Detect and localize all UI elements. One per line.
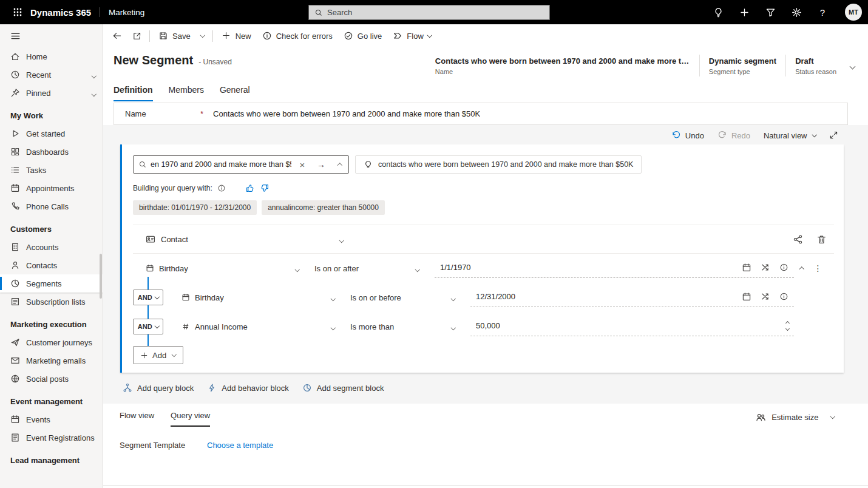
spinner-down-icon[interactable] (785, 326, 790, 330)
chevron-down-icon[interactable] (92, 70, 96, 80)
add-condition-button[interactable]: Add (133, 346, 183, 364)
lightbulb-button[interactable] (713, 7, 724, 18)
go-live-button[interactable]: Go live (338, 27, 387, 45)
thumbs-down-button[interactable] (260, 183, 270, 193)
sidebar-item-recent[interactable]: Recent (0, 66, 103, 84)
sidebar-item-tasks[interactable]: Tasks (0, 161, 103, 179)
sidebar-item-pinned[interactable]: Pinned (0, 84, 103, 102)
sidebar-item-dashboards[interactable]: Dashboards (0, 143, 103, 161)
header-expand-button[interactable] (847, 58, 858, 74)
app-launcher-button[interactable] (7, 0, 28, 24)
chevron-down-icon[interactable] (92, 89, 96, 98)
search-icon (314, 8, 323, 17)
nl-query-input[interactable]: en 1970 and 2000 and make more than $50K (151, 160, 291, 169)
value-field[interactable]: 1/1/1970 (435, 259, 794, 278)
add-behavior-block-button[interactable]: Add behavior block (207, 383, 289, 393)
entity-dropdown[interactable]: Contact (146, 234, 343, 244)
help-button[interactable]: ? (817, 7, 828, 18)
new-button[interactable]: New (216, 27, 257, 45)
sidebar-item-accounts[interactable]: Accounts (0, 238, 103, 256)
flow-button[interactable]: Flow (387, 27, 436, 45)
filter-button[interactable] (765, 7, 776, 18)
brand-title[interactable]: Dynamics 365 (30, 7, 91, 18)
datepicker-icon[interactable] (742, 292, 751, 302)
sidebar-item-events[interactable]: Events (0, 410, 103, 429)
info-circle-icon (262, 31, 272, 41)
choose-template-link[interactable]: Choose a template (207, 441, 273, 450)
collapse-query-button[interactable] (333, 156, 347, 173)
nl-query-input-box[interactable]: en 1970 and 2000 and make more than $50K… (133, 155, 349, 174)
settings-button[interactable] (791, 7, 802, 18)
sidebar-item-marketing-emails[interactable]: Marketing emails (0, 351, 103, 370)
new-record-button[interactable] (739, 7, 750, 18)
operator-dropdown[interactable]: Is more than (350, 322, 455, 331)
user-avatar[interactable]: MT (845, 4, 862, 21)
tab-query-view[interactable]: Query view (171, 411, 210, 427)
logical-operator-dropdown[interactable]: AND (133, 290, 163, 305)
sidebar-item-event-registrations[interactable]: Event Registrations (0, 429, 103, 447)
value-field[interactable]: 50,000 (470, 317, 794, 336)
info-icon[interactable] (779, 263, 789, 273)
delete-block-button[interactable] (816, 234, 827, 245)
chevron-down-icon (172, 352, 177, 357)
sidebar-scrollbar[interactable] (100, 254, 102, 299)
query-chip[interactable]: birthdate: 01/01/1970 - 12/31/2000 (133, 200, 257, 215)
app-name[interactable]: Marketing (109, 8, 144, 17)
sidebar-item-subscription-lists[interactable]: Subscription lists (0, 293, 103, 311)
check-for-errors-button[interactable]: Check for errors (257, 27, 338, 45)
tab-general[interactable]: General (220, 85, 250, 101)
add-query-block-button[interactable]: Add query block (123, 383, 194, 393)
global-search[interactable] (308, 5, 550, 20)
info-icon[interactable] (779, 292, 789, 302)
save-split-chevron[interactable] (196, 27, 209, 45)
attribute-dropdown[interactable]: Birthday (146, 264, 299, 273)
sidebar-item-get-started[interactable]: Get started (0, 124, 103, 143)
sidebar-item-customer-journeys[interactable]: Customer journeys (0, 333, 103, 351)
query-suggestion[interactable]: contacts who were born between 1970 and … (355, 155, 642, 174)
sidebar-item-phone-calls[interactable]: Phone Calls (0, 197, 103, 215)
value-field[interactable]: 12/31/2000 (470, 288, 794, 307)
sitemap-collapse-button[interactable] (0, 24, 103, 47)
thumbs-up-button[interactable] (245, 183, 255, 193)
info-icon[interactable] (217, 184, 226, 192)
operator-dropdown[interactable]: Is on or after (314, 264, 419, 273)
tab-definition[interactable]: Definition (114, 85, 153, 101)
datepicker-icon[interactable] (742, 263, 751, 273)
sidebar-item-segments[interactable]: Segments (0, 274, 103, 293)
name-field-value[interactable]: Contacts who were born between 1970 and … (213, 109, 480, 118)
attribute-dropdown[interactable]: Birthday (181, 293, 334, 302)
sidebar-item-label: Appointments (26, 184, 75, 193)
exclude-icon[interactable] (761, 263, 770, 273)
undo-button[interactable]: Undo (671, 130, 704, 140)
tab-flow-view[interactable]: Flow view (120, 411, 154, 427)
global-search-input[interactable] (327, 8, 544, 17)
attribute-dropdown[interactable]: Annual Income (181, 322, 334, 331)
query-chip[interactable]: annualincome: greater than 50000 (262, 200, 385, 215)
sidebar-item-home[interactable]: Home (0, 47, 103, 66)
contact-card-icon (146, 234, 155, 244)
clear-query-button[interactable]: × (295, 156, 310, 173)
fullscreen-button[interactable] (829, 130, 839, 140)
tab-members[interactable]: Members (169, 85, 204, 101)
view-selector-dropdown[interactable]: Natural view (764, 131, 816, 140)
section-divider (103, 486, 868, 486)
relationship-button[interactable] (793, 234, 803, 245)
submit-query-button[interactable]: → (313, 156, 329, 173)
number-spinner[interactable] (786, 322, 789, 330)
operator-dropdown[interactable]: Is on or before (350, 293, 455, 302)
add-segment-block-button[interactable]: Add segment block (302, 383, 384, 393)
collapse-row-icon[interactable] (800, 266, 804, 271)
more-options-icon[interactable]: ⋮ (814, 264, 822, 273)
sidebar-item-contacts[interactable]: Contacts (0, 256, 103, 274)
logical-operator-dropdown[interactable]: AND (133, 319, 163, 334)
save-button[interactable]: Save (153, 27, 196, 45)
sidebar-item-social-posts[interactable]: Social posts (0, 370, 103, 388)
estimate-size-button[interactable]: Estimate size (756, 412, 834, 422)
spinner-up-icon[interactable] (785, 320, 790, 325)
exclude-icon[interactable] (761, 292, 770, 302)
sidebar-item-appointments[interactable]: Appointments (0, 179, 103, 197)
redo-button[interactable]: Redo (717, 130, 750, 140)
chevron-down-icon[interactable] (830, 414, 835, 419)
back-button[interactable] (107, 27, 127, 45)
open-in-new-window-button[interactable] (127, 27, 146, 45)
